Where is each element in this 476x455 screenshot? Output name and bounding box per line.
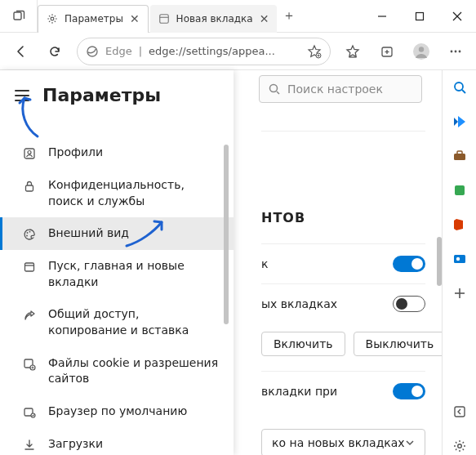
profile-button[interactable] bbox=[406, 36, 437, 67]
tab-actions-button[interactable] bbox=[0, 0, 38, 33]
nav-item-label: Пуск, главная и новые вкладки bbox=[48, 258, 219, 290]
setting-row: вкладки при bbox=[261, 372, 425, 411]
tab-close-button[interactable]: ✕ bbox=[130, 12, 140, 25]
tab-inactive-label: Новая вкладка bbox=[176, 13, 253, 25]
profile-icon bbox=[22, 146, 37, 161]
edge-logo-icon bbox=[86, 45, 99, 58]
sidebar-search-icon[interactable] bbox=[451, 78, 469, 96]
disable-button[interactable]: Выключить bbox=[354, 332, 447, 356]
nav-item-downloads[interactable]: Загрузки bbox=[0, 428, 234, 455]
sidebar-shopping-icon[interactable] bbox=[451, 113, 469, 131]
address-url: edge://settings/appea... bbox=[149, 45, 275, 57]
address-brand: Edge bbox=[105, 45, 132, 57]
chevron-down-icon bbox=[405, 438, 415, 448]
svg-line-33 bbox=[277, 91, 279, 94]
svg-point-20 bbox=[459, 50, 461, 52]
nav-item-label: Браузер по умолчанию bbox=[48, 404, 219, 420]
nav-item-startup[interactable]: Пуск, главная и новые вкладки bbox=[0, 250, 234, 298]
svg-rect-25 bbox=[455, 185, 465, 195]
sidebar-add-button[interactable] bbox=[451, 284, 469, 302]
setting-row: ых вкладках bbox=[261, 283, 425, 323]
nav-item-label: Загрузки bbox=[48, 436, 219, 453]
nav-item-label: Профили bbox=[48, 145, 219, 161]
svg-point-32 bbox=[270, 85, 278, 92]
new-tab-button[interactable]: ＋ bbox=[277, 7, 301, 25]
settings-menu-button[interactable] bbox=[15, 90, 29, 101]
window-titlebar: Параметры ✕ Новая вкладка ✕ ＋ bbox=[0, 0, 476, 33]
window-minimize-button[interactable] bbox=[363, 0, 401, 33]
svg-rect-5 bbox=[416, 12, 424, 20]
appearance-icon bbox=[22, 227, 37, 242]
nav-item-label: Конфиденциальность, поиск и службы bbox=[48, 177, 219, 209]
svg-point-21 bbox=[455, 83, 463, 91]
setting-dropdown[interactable]: ко на новых вкладках bbox=[261, 429, 425, 455]
svg-point-18 bbox=[451, 50, 453, 52]
collections-button[interactable] bbox=[371, 36, 403, 67]
address-bar[interactable]: Edge | edge://settings/appea... bbox=[77, 38, 331, 65]
svg-point-17 bbox=[419, 47, 424, 51]
svg-point-19 bbox=[455, 50, 457, 52]
nav-item-label: Файлы cookie и разрешения сайтов bbox=[48, 355, 219, 387]
sidebar-outlook-icon[interactable] bbox=[451, 250, 469, 268]
svg-point-1 bbox=[51, 17, 54, 20]
setting-label-fragment: ых вкладках bbox=[261, 297, 337, 310]
button-row: Включить Выключить bbox=[261, 323, 425, 372]
nav-item-share[interactable]: Общий доступ, копирование и вставка bbox=[0, 298, 234, 346]
settings-search-placeholder: Поиск настроек bbox=[287, 83, 383, 96]
gear-icon bbox=[47, 13, 58, 25]
window-maximize-button[interactable] bbox=[401, 0, 438, 33]
nav-item-cookies[interactable]: Файлы cookie и разрешения сайтов bbox=[0, 347, 234, 395]
toggle-switch[interactable] bbox=[393, 256, 425, 272]
download-icon bbox=[22, 438, 37, 453]
nav-item-profiles[interactable]: Профили bbox=[0, 136, 234, 169]
edge-sidebar bbox=[442, 70, 476, 455]
more-button[interactable] bbox=[440, 36, 471, 67]
setting-row: к bbox=[261, 243, 425, 283]
favorites-button[interactable] bbox=[337, 36, 368, 67]
tab-active[interactable]: Параметры ✕ bbox=[38, 5, 149, 33]
svg-point-43 bbox=[30, 365, 35, 370]
svg-rect-36 bbox=[26, 185, 33, 191]
toggle-switch[interactable] bbox=[393, 383, 425, 399]
refresh-button[interactable] bbox=[39, 36, 70, 67]
back-button[interactable] bbox=[5, 36, 36, 67]
browser-toolbar: Edge | edge://settings/appea... bbox=[0, 33, 476, 70]
sidebar-tools-icon[interactable] bbox=[451, 147, 469, 165]
browser-icon bbox=[22, 405, 37, 420]
section-heading: НТОВ bbox=[261, 210, 425, 225]
nav-item-privacy[interactable]: Конфиденциальность, поиск и службы bbox=[0, 169, 234, 217]
cookies-icon bbox=[22, 357, 37, 372]
tab-active-label: Параметры bbox=[65, 13, 123, 25]
sidebar-collapse-button[interactable] bbox=[451, 403, 469, 421]
svg-rect-0 bbox=[14, 12, 21, 20]
nav-scrollbar-thumb[interactable] bbox=[224, 145, 229, 324]
tab-stack-icon bbox=[12, 10, 25, 23]
sidebar-games-icon[interactable] bbox=[451, 181, 469, 199]
nav-item-appearance[interactable]: Внешний вид bbox=[0, 217, 234, 250]
tab-inactive[interactable]: Новая вкладка ✕ bbox=[150, 5, 278, 33]
nav-item-label: Общий доступ, копирование и вставка bbox=[48, 306, 219, 338]
settings-title: Параметры bbox=[42, 85, 161, 105]
setting-label-fragment: к bbox=[261, 257, 268, 270]
svg-point-37 bbox=[27, 232, 29, 234]
share-icon bbox=[22, 308, 37, 323]
newtab-page-icon bbox=[158, 13, 170, 25]
setting-label-fragment: вкладки при bbox=[261, 385, 337, 398]
nav-item-label: Внешний вид bbox=[48, 225, 219, 242]
add-favorite-button[interactable] bbox=[307, 44, 322, 59]
search-icon bbox=[268, 83, 281, 96]
svg-point-27 bbox=[456, 257, 459, 261]
toggle-switch[interactable] bbox=[393, 296, 425, 312]
nav-item-default-browser[interactable]: Браузер по умолчанию bbox=[0, 395, 234, 428]
svg-rect-30 bbox=[455, 407, 465, 417]
svg-rect-2 bbox=[159, 14, 168, 23]
lock-icon bbox=[22, 179, 37, 194]
sidebar-office-icon[interactable] bbox=[451, 216, 469, 234]
svg-point-38 bbox=[29, 231, 31, 233]
tab-close-button[interactable]: ✕ bbox=[260, 12, 269, 25]
settings-search[interactable]: Поиск настроек bbox=[259, 75, 422, 103]
sidebar-settings-button[interactable] bbox=[451, 437, 469, 455]
svg-point-8 bbox=[87, 47, 97, 56]
enable-button[interactable]: Включить bbox=[261, 332, 345, 356]
window-close-button[interactable] bbox=[438, 0, 476, 33]
